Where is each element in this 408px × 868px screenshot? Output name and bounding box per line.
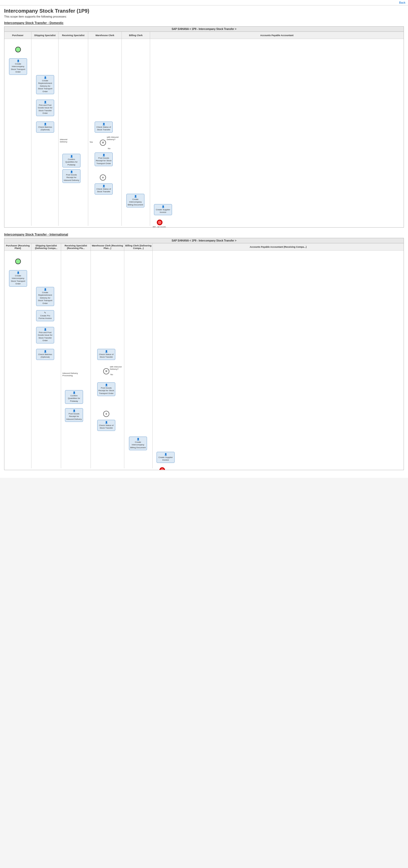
end-event-domestic xyxy=(157,220,162,225)
gateway-inbound-decision: ✕ xyxy=(100,140,106,146)
lane-billing: Billing Clerk Create Intercompany Billin… xyxy=(122,32,150,226)
lane-intl-header-warehouse: Warehouse Clerk (Receiving Plan...) xyxy=(91,243,124,251)
task-intl-label-2: Create Replenishment Delivery for Stock … xyxy=(37,291,53,305)
task-create-sto[interactable]: Create Intercompany Stock Transport Orde… xyxy=(9,58,27,75)
task-intl-check-status-1[interactable]: Check Status of Stock Transfer xyxy=(97,349,115,360)
task-intl-label-10: Check Status of Stock Transfer xyxy=(98,424,114,430)
lane-body-billing: Create Intercompany Billing Document xyxy=(122,39,150,212)
page-subtitle: This scope item supports the following p… xyxy=(4,15,404,18)
person-icon-i5 xyxy=(73,392,75,394)
lane-intl-billing: Billing Clerk (Delivering Compa...) Crea… xyxy=(124,243,153,468)
diagram-domestic: SAP S/4HANA < 1P9 - Intercompany Stock T… xyxy=(4,26,404,227)
task-intl-pick-post[interactable]: Pick and Post Goods Issue for Stock Tran… xyxy=(36,327,54,343)
task-intl-label-9: Post Goods Receipt for Stock Transport O… xyxy=(98,387,114,395)
task-intl-create-replenishment[interactable]: Create Replenishment Delivery for Stock … xyxy=(36,287,54,306)
task-check-status-2[interactable]: Check Status of Stock Transfer xyxy=(95,183,113,194)
task-create-billing[interactable]: Create Intercompany Billing Document xyxy=(126,194,145,208)
person-icon-i10 xyxy=(137,438,139,440)
person-icon-i11 xyxy=(164,453,167,456)
task-intl-label-12: Create Supplier Invoice xyxy=(158,456,174,462)
task-label-6: Post Goods Receipt for Inbound Delivery xyxy=(63,174,80,182)
lane-intl-header-billing: Billing Clerk (Delivering Compa...) xyxy=(124,243,152,251)
lane-intl-warehouse: Warehouse Clerk (Receiving Plan...) Chec… xyxy=(91,243,124,468)
lane-intl-header-ap: Accounts Payable Accountant (Receiving C… xyxy=(153,243,404,251)
person-icon xyxy=(17,60,20,62)
end-event-label-domestic: J60 - Accounts Payable xyxy=(151,226,167,227)
task-intl-post-gr-inbound[interactable]: Post Goods Receipt for Inbound Delivery xyxy=(65,408,83,422)
person-icon-i6 xyxy=(73,410,75,412)
task-post-gr-sto[interactable]: Post Goods Receipt for Stock Transport O… xyxy=(95,153,113,166)
task-label-5: Confirm Quantities for Putaway xyxy=(63,158,80,166)
lane-intl-header-receiving: Receiving Specialist (Receiving Pla... xyxy=(61,243,91,251)
start-event-international xyxy=(15,258,21,264)
task-label-3: Pick and Post Goods Issue for Stock Tran… xyxy=(37,104,53,115)
task-pick-post[interactable]: Pick and Post Goods Issue for Stock Tran… xyxy=(36,100,54,116)
task-intl-proforma[interactable]: ✎ Create Pro Forma Invoice xyxy=(36,310,54,321)
task-intl-check-status-2[interactable]: Check Status of Stock Transfer xyxy=(97,420,115,431)
task-intl-label-7: Post Goods Receipt for Inbound Delivery xyxy=(66,412,82,421)
person-icon-3 xyxy=(44,101,47,103)
top-bar: Back xyxy=(0,0,408,5)
lane-intl-shipping: Shipping Specialist (Delivering Compa...… xyxy=(31,243,61,468)
task-label-8: Post Goods Receipt for Stock Transport O… xyxy=(96,157,112,165)
gateway-intl-merge: + xyxy=(103,411,109,417)
lane-warehouse: Warehouse Clerk Check Status of Stock Tr… xyxy=(88,32,122,226)
lane-header-ap: Accounts Payable Accountant xyxy=(150,32,404,39)
lane-body-shipping: Create Replenishment Delivery for Stock … xyxy=(31,39,58,212)
flow-label-inbound: InboundDelivery xyxy=(60,138,67,143)
gateway-intl-inbound-decision: ✕ xyxy=(103,368,109,374)
task-intl-label-8: Check Status of Stock Transfer xyxy=(98,353,114,359)
back-button[interactable]: Back xyxy=(399,1,405,4)
task-label: Create Intercompany Stock Transport Orde… xyxy=(10,63,26,73)
lane-intl-body-warehouse: Check Status of Stock Transfer ✕ with In… xyxy=(91,251,124,424)
task-intl-create-sto[interactable]: Create Intercompany Stock Transport Orde… xyxy=(9,270,27,287)
person-icon-i8 xyxy=(105,384,108,386)
task-intl-create-supplier-inv[interactable]: Create Supplier Invoice xyxy=(157,452,175,463)
task-intl-post-gr-sto[interactable]: Post Goods Receipt for Stock Transport O… xyxy=(97,382,115,396)
task-check-status-1[interactable]: Check Status of Stock Transfer xyxy=(95,122,113,133)
diagram-domestic-header: SAP S/4HANA < 1P9 - Intercompany Stock T… xyxy=(4,27,404,32)
lane-body-ap: Create Supplier Invoice J60 - Accounts P… xyxy=(150,39,404,212)
task-label-10: Create Intercompany Billing Document xyxy=(127,198,144,206)
person-icon-9 xyxy=(102,185,105,187)
lane-header-receiving: Receiving Specialist xyxy=(59,32,88,39)
lane-intl-body-ap: Create Supplier Invoice J60 - Outgoing P… xyxy=(153,251,404,424)
task-create-supplier-inv[interactable]: Create Supplier Invoice xyxy=(154,204,172,215)
flow-label-intl-inbound: Inbound DeliveryProcessing xyxy=(62,372,78,377)
flow-label-intl-no: No xyxy=(111,373,113,376)
flow-label-intl-with-inbound: with InboundDelivery? xyxy=(110,366,122,370)
task-check-batches[interactable]: Check Batches (Optional) xyxy=(36,122,54,133)
task-intl-confirm-putaway[interactable]: Confirm Quantities for Putaway xyxy=(65,390,83,404)
task-intl-label-6: Confirm Quantities for Putaway xyxy=(66,395,82,403)
task-label-9: Check Status of Stock Transfer xyxy=(96,188,112,193)
lane-intl-body-receiving: Inbound DeliveryProcessing Confirm Quant… xyxy=(61,251,91,424)
person-icon-2 xyxy=(44,76,47,79)
task-confirm-putaway[interactable]: Confirm Quantities for Putaway xyxy=(62,154,81,167)
section-title-domestic: Intercompany Stock Transfer - Domestic xyxy=(4,21,404,25)
task-intl-label-11: Create Intercompany Billing Document xyxy=(130,441,146,449)
task-create-replenishment[interactable]: Create Replenishment Delivery for Stock … xyxy=(36,75,54,94)
person-icon-i2 xyxy=(44,288,47,291)
end-event-international xyxy=(159,467,165,470)
lane-header-warehouse: Warehouse Clerk xyxy=(88,32,122,39)
lane-header-shipping: Shipping Specialist xyxy=(31,32,58,39)
task-intl-check-batches[interactable]: Check Batches (Optional) xyxy=(36,349,54,360)
lane-intl-header-shipping: Shipping Specialist (Delivering Compa... xyxy=(31,243,61,251)
person-icon-11 xyxy=(162,206,164,208)
lane-intl-receiving: Receiving Specialist (Receiving Pla... I… xyxy=(61,243,91,468)
person-icon-4 xyxy=(44,123,47,125)
task-intl-create-billing[interactable]: Create Intercompany Billing Document xyxy=(129,437,147,450)
task-post-gr-inbound[interactable]: Post Goods Receipt for Inbound Delivery xyxy=(62,169,81,183)
flow-label-yes: Yes xyxy=(90,141,93,143)
person-icon-i7 xyxy=(105,350,108,353)
task-label-7: Check Status of Stock Transfer xyxy=(96,126,112,131)
task-intl-label-5: Check Batches (Optional) xyxy=(37,353,53,359)
flow-label-with-inbound: with InboundDelivery? xyxy=(107,136,118,141)
person-icon-i9 xyxy=(105,421,108,424)
lane-body-warehouse: Check Status of Stock Transfer ✕ with In… xyxy=(88,39,122,212)
person-icon-8 xyxy=(102,154,105,156)
lane-ap: Accounts Payable Accountant Create Suppl… xyxy=(150,32,404,226)
person-icon-i3 xyxy=(44,329,47,331)
lane-header-purchaser: Purchaser xyxy=(4,32,31,39)
person-icon-6 xyxy=(70,171,73,173)
